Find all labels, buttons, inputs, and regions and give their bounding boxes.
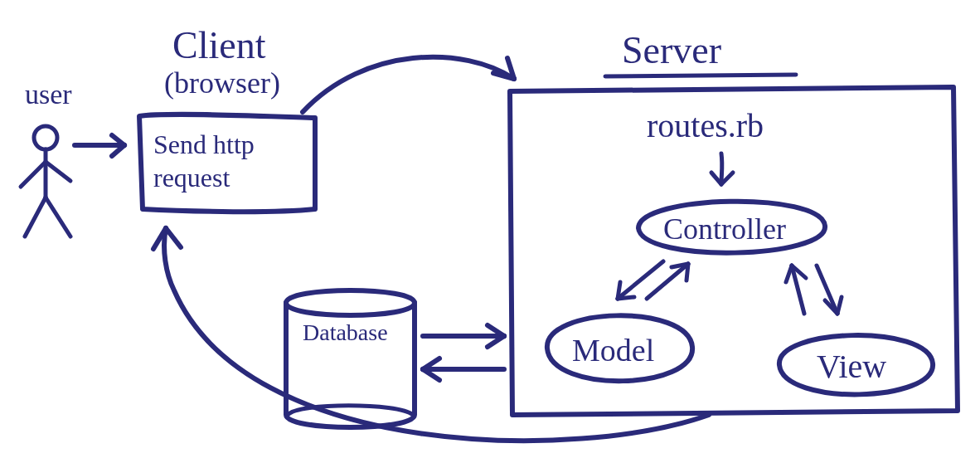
- client-body-line1: Send http: [153, 129, 255, 159]
- arrow-view-to-controller: [786, 266, 806, 314]
- user-actor: [21, 126, 70, 236]
- view-label: View: [817, 348, 886, 385]
- client-body-line2: request: [153, 163, 230, 193]
- client-title: Client: [172, 24, 266, 66]
- server-underline: [605, 75, 796, 76]
- svg-point-0: [34, 126, 57, 149]
- server-title: Server: [622, 29, 721, 71]
- model-label: Model: [572, 333, 654, 368]
- arrow-db-to-server: [423, 325, 504, 347]
- arrow-routes-to-controller: [711, 154, 733, 184]
- arrow-client-to-server: [303, 57, 514, 112]
- controller-label: Controller: [663, 212, 786, 246]
- database-label: Database: [303, 319, 388, 345]
- arrow-controller-to-view: [817, 266, 842, 314]
- database-node: [286, 290, 415, 427]
- arrow-server-to-db: [423, 358, 504, 380]
- arrow-user-to-client: [75, 135, 124, 156]
- client-subtitle: (browser): [164, 66, 280, 100]
- user-label: user: [25, 79, 72, 110]
- routes-label: routes.rb: [647, 107, 764, 144]
